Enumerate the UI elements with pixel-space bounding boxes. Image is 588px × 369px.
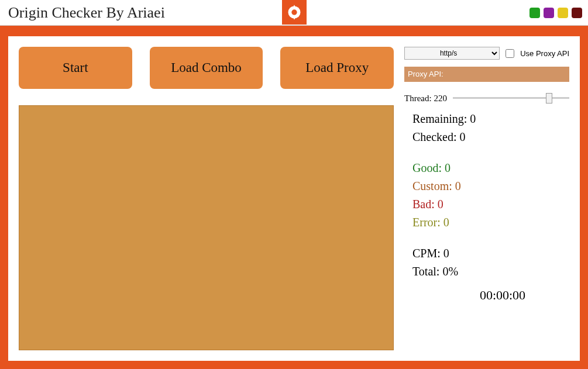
- dot-green-icon[interactable]: [529, 8, 540, 18]
- thread-label: Thread: 220: [404, 94, 447, 104]
- load-combo-button[interactable]: Load Combo: [150, 47, 263, 89]
- stat-bad: Bad: 0: [412, 198, 569, 211]
- use-proxy-api-checkbox[interactable]: [506, 49, 514, 58]
- elapsed-timer: 00:00:00: [412, 288, 569, 303]
- dot-yellow-icon[interactable]: [558, 8, 568, 18]
- body-frame: Start Load Combo Load Proxy http/s Use P…: [0, 26, 588, 369]
- thread-row: Thread: 220: [404, 92, 569, 104]
- content-panel: Start Load Combo Load Proxy http/s Use P…: [8, 36, 580, 361]
- app-title: Origin Checker By Ariaei: [8, 4, 165, 22]
- window-controls: [529, 8, 582, 18]
- stat-custom: Custom: 0: [412, 180, 569, 193]
- thread-slider[interactable]: [453, 92, 569, 104]
- stat-total: Total: 0%: [412, 265, 569, 278]
- stat-error: Error: 0: [412, 216, 569, 229]
- dot-darkred-icon[interactable]: [572, 8, 582, 18]
- titlebar: Origin Checker By Ariaei: [0, 0, 588, 26]
- left-column: Start Load Combo Load Proxy: [19, 47, 394, 350]
- stat-cpm: CPM: 0: [412, 247, 569, 260]
- load-proxy-button[interactable]: Load Proxy: [280, 47, 394, 89]
- svg-point-1: [291, 9, 297, 15]
- dot-purple-icon[interactable]: [544, 8, 554, 18]
- start-button[interactable]: Start: [19, 47, 132, 89]
- stat-checked: Checked: 0: [412, 130, 569, 144]
- right-column: http/s Use Proxy API Proxy API: Thread: …: [404, 47, 569, 350]
- proxy-config-row: http/s Use Proxy API: [404, 47, 569, 60]
- proxy-type-select[interactable]: http/s: [404, 47, 500, 60]
- app-window: Origin Checker By Ariaei Start Load Comb…: [0, 0, 588, 369]
- origin-logo-icon: [282, 0, 307, 25]
- button-row: Start Load Combo Load Proxy: [19, 47, 394, 89]
- stats-panel: Remaining: 0 Checked: 0 Good: 0 Custom: …: [404, 112, 569, 303]
- use-proxy-api-label: Use Proxy API: [520, 49, 569, 58]
- stat-good: Good: 0: [412, 161, 569, 175]
- proxy-api-input[interactable]: Proxy API:: [404, 67, 569, 82]
- stat-remaining: Remaining: 0: [412, 112, 569, 126]
- output-log[interactable]: [19, 105, 394, 350]
